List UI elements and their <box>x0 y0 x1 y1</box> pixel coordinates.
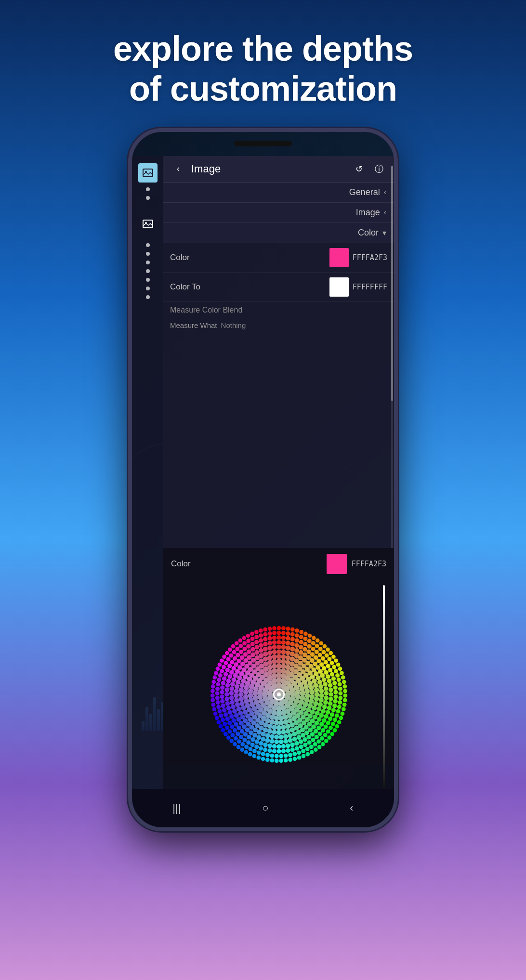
svg-point-193 <box>272 659 277 665</box>
svg-point-473 <box>311 738 315 742</box>
svg-point-647 <box>292 757 297 761</box>
color-property-row[interactable]: Color FFFFA2F3 <box>163 243 394 273</box>
phone-body: ‹ Image ↺ ⓘ General ‹ Ima <box>128 128 398 831</box>
color-wheel[interactable] <box>202 617 356 771</box>
svg-point-612 <box>307 634 312 638</box>
svg-point-590 <box>221 665 225 669</box>
svg-point-437 <box>254 645 259 650</box>
sidebar-item-image-active[interactable] <box>138 163 158 183</box>
reset-button[interactable]: ↺ <box>352 162 366 176</box>
svg-point-614 <box>315 639 319 643</box>
svg-point-324 <box>322 705 327 709</box>
svg-point-426 <box>225 683 230 688</box>
svg-point-288 <box>235 702 239 707</box>
color-to-prop-label: Color To <box>170 282 326 292</box>
svg-point-687 <box>238 639 242 643</box>
svg-point-601 <box>259 633 263 638</box>
nav-menu-button[interactable]: ||| <box>172 802 181 814</box>
color-swatch[interactable] <box>329 248 349 267</box>
svg-point-137 <box>248 697 253 703</box>
svg-point-494 <box>227 721 232 725</box>
nav-back-button[interactable]: ‹ <box>350 802 353 814</box>
brightness-slider[interactable] <box>380 585 388 804</box>
svg-point-262 <box>318 698 323 703</box>
svg-point-555 <box>309 745 313 749</box>
svg-point-445 <box>290 637 294 641</box>
picker-color-swatch[interactable] <box>327 554 347 574</box>
nav-home-button[interactable]: ○ <box>262 802 268 814</box>
svg-point-286 <box>238 711 243 716</box>
color-to-swatch[interactable] <box>329 277 349 297</box>
svg-point-411 <box>254 739 259 744</box>
svg-point-682 <box>222 654 226 659</box>
svg-point-640 <box>321 742 325 746</box>
color-dropdown-row[interactable]: Color ▾ <box>163 223 394 243</box>
svg-point-636 <box>332 728 337 732</box>
svg-point-385 <box>327 679 331 683</box>
svg-point-218 <box>285 729 290 733</box>
svg-point-118 <box>304 689 310 694</box>
svg-point-462 <box>333 694 338 699</box>
svg-point-533 <box>327 657 331 661</box>
svg-point-550 <box>326 730 330 734</box>
general-section-row[interactable]: General ‹ <box>163 183 394 203</box>
svg-point-308 <box>290 647 295 652</box>
info-button[interactable]: ⓘ <box>372 162 386 176</box>
svg-point-493 <box>230 725 234 729</box>
svg-point-626 <box>342 684 347 689</box>
sidebar-item-image2[interactable] <box>138 214 158 234</box>
color-to-property-row[interactable]: Color To FFFFFFFF <box>163 273 394 302</box>
svg-point-320 <box>323 686 328 691</box>
svg-point-503 <box>221 681 225 685</box>
svg-point-483 <box>267 748 272 753</box>
header-line2: of customization <box>129 69 397 108</box>
svg-point-645 <box>301 754 305 758</box>
svg-point-589 <box>220 669 224 673</box>
svg-point-382 <box>321 666 326 671</box>
svg-point-576 <box>225 726 229 730</box>
svg-point-588 <box>218 673 222 678</box>
svg-point-459 <box>332 681 337 685</box>
svg-point-491 <box>236 732 240 736</box>
svg-point-110 <box>281 664 286 669</box>
svg-point-528 <box>311 641 315 645</box>
svg-point-567 <box>256 751 261 755</box>
svg-point-471 <box>317 732 322 736</box>
brightness-track[interactable] <box>383 585 385 804</box>
svg-point-348 <box>236 717 241 722</box>
svg-point-264 <box>316 706 321 711</box>
svg-point-468 <box>326 721 330 725</box>
svg-point-604 <box>272 631 276 635</box>
picker-header: Color FFFFA2F3 <box>163 548 394 580</box>
measure-color-blend-label: Measure Color Blend <box>170 306 242 314</box>
svg-point-315 <box>316 665 320 670</box>
svg-point-323 <box>323 700 328 705</box>
svg-point-529 <box>315 644 319 648</box>
svg-point-618 <box>329 651 333 655</box>
panel-scrollbar-thumb[interactable] <box>391 166 393 402</box>
image-section-row[interactable]: Image ‹ <box>163 203 394 223</box>
svg-point-670 <box>212 707 216 711</box>
svg-point-416 <box>237 726 241 731</box>
sidebar-dot-8 <box>146 287 150 290</box>
svg-point-502 <box>220 685 224 690</box>
svg-point-632 <box>340 712 344 716</box>
svg-point-517 <box>263 637 267 641</box>
svg-point-522 <box>286 631 290 636</box>
svg-point-408 <box>267 744 272 748</box>
back-button[interactable]: ‹ <box>171 162 185 176</box>
svg-point-170 <box>281 725 286 730</box>
svg-point-307 <box>286 646 290 651</box>
svg-point-420 <box>227 710 232 715</box>
svg-point-661 <box>233 742 237 746</box>
svg-point-136 <box>250 702 255 707</box>
svg-point-364 <box>250 653 255 657</box>
svg-point-482 <box>272 749 276 753</box>
svg-point-248 <box>285 651 290 655</box>
svg-point-377 <box>306 650 311 654</box>
measure-what-row[interactable]: Measure What Nothing <box>163 318 394 332</box>
color-wheel-container[interactable] <box>163 580 394 809</box>
svg-point-673 <box>210 693 214 698</box>
svg-point-316 <box>318 669 323 674</box>
svg-point-318 <box>321 678 326 682</box>
